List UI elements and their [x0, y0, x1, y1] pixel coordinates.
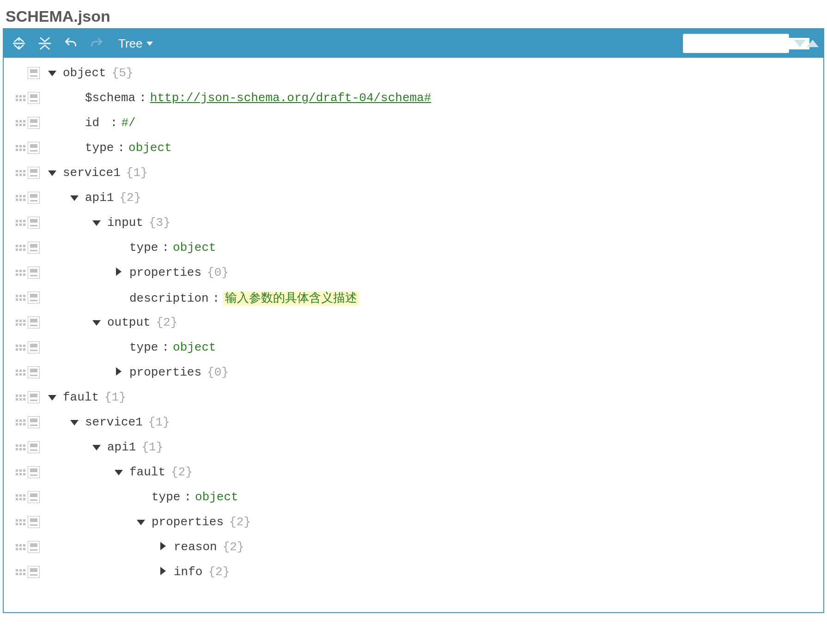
- node-value[interactable]: object: [173, 340, 216, 354]
- tree-row[interactable]: api1{2}: [4, 185, 823, 210]
- node-key[interactable]: reason: [174, 540, 217, 554]
- collapse-toggle[interactable]: [69, 193, 79, 203]
- tree-row[interactable]: $schema:http://json-schema.org/draft-04/…: [4, 85, 823, 110]
- context-menu-button[interactable]: [28, 267, 40, 279]
- node-value[interactable]: #/: [121, 116, 135, 130]
- expand-all-button[interactable]: [8, 33, 30, 54]
- expand-toggle[interactable]: [114, 366, 124, 377]
- node-value[interactable]: 输入参数的具体含义描述: [223, 291, 359, 306]
- context-menu-button[interactable]: [28, 292, 40, 304]
- context-menu-button[interactable]: [28, 92, 40, 104]
- drag-handle[interactable]: [15, 444, 26, 450]
- collapse-toggle[interactable]: [91, 218, 102, 228]
- collapse-toggle[interactable]: [114, 468, 124, 478]
- search-input[interactable]: [691, 38, 809, 49]
- drag-handle[interactable]: [15, 519, 26, 525]
- drag-handle[interactable]: [15, 544, 26, 550]
- tree-row[interactable]: type:object: [4, 135, 823, 160]
- collapse-toggle[interactable]: [91, 443, 102, 453]
- node-key[interactable]: id: [85, 116, 107, 130]
- drag-handle[interactable]: [15, 295, 26, 301]
- node-value[interactable]: object: [128, 141, 172, 155]
- node-key[interactable]: properties: [129, 266, 201, 279]
- drag-handle[interactable]: [15, 569, 26, 575]
- tree-row[interactable]: service1{1}: [4, 160, 823, 185]
- tree-row[interactable]: properties{0}: [4, 260, 823, 285]
- context-menu-button[interactable]: [28, 117, 40, 129]
- context-menu-button[interactable]: [28, 441, 40, 453]
- tree-row[interactable]: output{2}: [4, 310, 823, 335]
- context-menu-button[interactable]: [28, 516, 40, 528]
- node-value[interactable]: object: [173, 241, 216, 255]
- node-value[interactable]: http://json-schema.org/draft-04/schema#: [150, 91, 432, 105]
- context-menu-button[interactable]: [28, 541, 40, 553]
- node-key[interactable]: properties: [152, 515, 224, 529]
- node-key[interactable]: object: [63, 66, 106, 80]
- drag-handle[interactable]: [15, 419, 26, 425]
- drag-handle[interactable]: [15, 95, 26, 101]
- drag-handle[interactable]: [15, 195, 26, 201]
- tree-row[interactable]: id :#/: [4, 110, 823, 135]
- tree-row[interactable]: input{3}: [4, 210, 823, 235]
- drag-handle[interactable]: [15, 145, 26, 151]
- drag-handle[interactable]: [15, 370, 26, 376]
- collapse-toggle[interactable]: [136, 517, 146, 528]
- node-key[interactable]: $schema: [85, 91, 135, 105]
- node-key[interactable]: fault: [63, 390, 99, 404]
- drag-handle[interactable]: [15, 120, 26, 126]
- expand-toggle[interactable]: [114, 267, 124, 277]
- drag-handle[interactable]: [15, 469, 26, 475]
- tree-row[interactable]: api1{1}: [4, 435, 823, 460]
- node-key[interactable]: type: [85, 141, 114, 155]
- node-key[interactable]: service1: [85, 415, 143, 429]
- drag-handle[interactable]: [15, 395, 26, 401]
- drag-handle[interactable]: [15, 270, 26, 276]
- context-menu-button[interactable]: [28, 416, 40, 428]
- search-next-button[interactable]: [794, 40, 806, 47]
- search-prev-button[interactable]: [807, 40, 819, 47]
- context-menu-button[interactable]: [28, 566, 40, 578]
- context-menu-button[interactable]: [28, 391, 40, 403]
- drag-handle[interactable]: [15, 345, 26, 351]
- expand-toggle[interactable]: [158, 541, 168, 551]
- tree-row[interactable]: object{5}: [4, 61, 823, 85]
- node-key[interactable]: output: [107, 316, 151, 329]
- tree-row[interactable]: fault{1}: [4, 385, 823, 410]
- collapse-toggle[interactable]: [91, 318, 102, 328]
- node-key[interactable]: description: [129, 292, 209, 305]
- collapse-toggle[interactable]: [47, 393, 57, 403]
- collapse-all-button[interactable]: [34, 33, 55, 54]
- tree-row[interactable]: type:object: [4, 235, 823, 260]
- node-value[interactable]: object: [195, 490, 238, 504]
- tree-row[interactable]: reason{2}: [4, 535, 823, 559]
- drag-handle[interactable]: [15, 220, 26, 226]
- drag-handle[interactable]: [15, 245, 26, 251]
- node-key[interactable]: input: [107, 216, 143, 230]
- drag-handle[interactable]: [15, 494, 26, 500]
- context-menu-button[interactable]: [28, 242, 40, 254]
- node-key[interactable]: api1: [107, 440, 136, 454]
- node-key[interactable]: type: [129, 340, 158, 354]
- context-menu-button[interactable]: [28, 167, 40, 179]
- node-key[interactable]: info: [174, 565, 202, 579]
- context-menu-button[interactable]: [28, 341, 40, 353]
- node-key[interactable]: fault: [129, 465, 165, 479]
- collapse-toggle[interactable]: [47, 68, 57, 79]
- tree-row[interactable]: properties{2}: [4, 510, 823, 535]
- context-menu-button[interactable]: [28, 192, 40, 204]
- node-key[interactable]: type: [129, 241, 158, 255]
- context-menu-button[interactable]: [28, 316, 40, 328]
- tree-row[interactable]: type:object: [4, 335, 823, 360]
- tree-row[interactable]: type:object: [4, 485, 823, 510]
- context-menu-button[interactable]: [28, 217, 40, 229]
- node-key[interactable]: service1: [63, 166, 121, 180]
- expand-toggle[interactable]: [158, 566, 168, 576]
- tree-row[interactable]: fault{2}: [4, 460, 823, 485]
- search-field[interactable]: [683, 34, 789, 53]
- node-key[interactable]: type: [152, 490, 180, 504]
- collapse-toggle[interactable]: [69, 418, 79, 428]
- tree-row[interactable]: description:输入参数的具体含义描述: [4, 285, 823, 310]
- tree-row[interactable]: service1{1}: [4, 410, 823, 435]
- collapse-toggle[interactable]: [47, 168, 57, 178]
- context-menu-button[interactable]: [28, 67, 40, 79]
